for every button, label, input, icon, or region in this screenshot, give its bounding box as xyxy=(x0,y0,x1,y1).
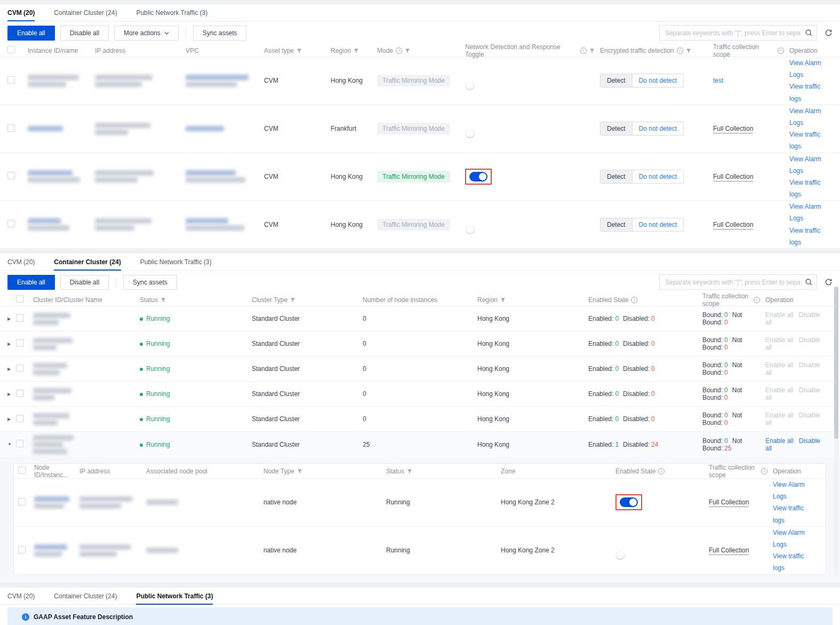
row-checkbox[interactable] xyxy=(16,390,23,397)
tab-public-network-traffic[interactable]: Public Network Traffic (3) xyxy=(140,254,212,270)
view-alarm-logs-link[interactable]: View Alarm Logs xyxy=(773,479,816,502)
sync-assets-button[interactable]: Sync assets xyxy=(123,275,177,290)
expand-arrow-icon[interactable]: ▶ xyxy=(7,417,16,422)
disable-all-button[interactable]: Disable all xyxy=(60,275,109,290)
row-checkbox[interactable] xyxy=(16,339,23,347)
operation-cell: View Alarm LogsView traffic logs xyxy=(789,105,833,153)
search-input[interactable] xyxy=(659,274,817,290)
info-icon[interactable]: i xyxy=(761,468,767,474)
zone: Hong Kong Zone 2 xyxy=(501,547,615,554)
detect-button[interactable]: Detect xyxy=(601,122,632,135)
row-checkbox[interactable] xyxy=(16,365,23,372)
sync-assets-button[interactable]: Sync assets xyxy=(193,26,247,41)
row-checkbox[interactable] xyxy=(7,172,15,179)
scope-value[interactable]: Full Collection xyxy=(713,221,753,230)
select-all-checkbox[interactable] xyxy=(7,46,15,53)
filter-icon[interactable] xyxy=(407,469,412,474)
scrollbar[interactable] xyxy=(834,287,838,577)
view-alarm-logs-link[interactable]: View Alarm Logs xyxy=(789,153,827,177)
enable-all-link[interactable]: Enable all xyxy=(765,437,794,445)
row-checkbox[interactable] xyxy=(16,415,23,422)
do-not-detect-button[interactable]: Do not detect xyxy=(632,218,683,231)
filter-icon[interactable] xyxy=(354,48,359,53)
scope-cell: Bound:0Not Bound:25 xyxy=(702,437,765,452)
filter-icon[interactable] xyxy=(297,469,302,474)
row-checkbox[interactable] xyxy=(7,124,15,132)
filter-icon[interactable] xyxy=(405,48,410,53)
disable-all-button[interactable]: Disable all xyxy=(60,26,109,41)
expand-arrow-icon[interactable]: ▶ xyxy=(7,342,16,346)
tab-container-cluster[interactable]: Container Cluster (24) xyxy=(54,588,117,604)
row-checkbox[interactable] xyxy=(7,76,15,84)
do-not-detect-button[interactable]: Do not detect xyxy=(632,170,683,183)
detect-button[interactable]: Detect xyxy=(601,218,632,231)
tab-public-network-traffic[interactable]: Public Network Traffic (3) xyxy=(136,588,213,604)
row-checkbox[interactable] xyxy=(18,498,26,505)
filter-icon[interactable] xyxy=(686,48,691,53)
scope-value[interactable]: Full Collection xyxy=(713,173,753,181)
tab-cvm[interactable]: CVM (20) xyxy=(7,4,35,21)
search-icon[interactable] xyxy=(805,278,813,286)
row-checkbox[interactable] xyxy=(16,314,23,322)
view-traffic-logs-link[interactable]: View traffic logs xyxy=(789,225,827,248)
info-icon[interactable]: i xyxy=(631,297,637,303)
scope-value[interactable]: Full Collection xyxy=(713,125,753,133)
row-checkbox[interactable] xyxy=(18,546,26,553)
scrollbar-thumb[interactable] xyxy=(834,287,838,439)
expand-arrow-icon[interactable]: ▶ xyxy=(7,367,16,371)
info-icon[interactable]: i xyxy=(658,468,665,474)
enable-all-button[interactable]: Enable all xyxy=(7,275,55,290)
view-traffic-logs-link[interactable]: View traffic logs xyxy=(789,81,827,104)
view-traffic-logs-link[interactable]: View traffic logs xyxy=(773,502,816,526)
redacted-cluster-name xyxy=(33,433,140,456)
search-input[interactable] xyxy=(659,25,817,41)
view-alarm-logs-link[interactable]: View Alarm Logs xyxy=(789,105,827,129)
filter-icon[interactable] xyxy=(161,297,166,303)
ndr-toggle[interactable] xyxy=(469,172,487,181)
view-traffic-logs-link[interactable]: View traffic logs xyxy=(789,177,827,200)
detect-button[interactable]: Detect xyxy=(601,170,632,183)
search-icon[interactable] xyxy=(805,29,813,37)
view-alarm-logs-link[interactable]: View Alarm Logs xyxy=(789,57,827,81)
enable-all-button[interactable]: Enable all xyxy=(7,26,55,41)
do-not-detect-button[interactable]: Do not detect xyxy=(632,74,683,87)
row-checkbox[interactable] xyxy=(7,220,15,227)
filter-icon[interactable] xyxy=(290,297,295,303)
info-icon[interactable]: i xyxy=(677,48,683,54)
info-icon[interactable]: i xyxy=(396,48,402,54)
view-alarm-logs-link[interactable]: View Alarm Logs xyxy=(789,201,827,224)
redacted-ip xyxy=(79,543,146,558)
refresh-icon[interactable] xyxy=(825,29,833,37)
select-all-checkbox[interactable] xyxy=(16,295,23,303)
expand-arrow-icon[interactable]: ▶ xyxy=(7,317,16,321)
info-icon[interactable]: i xyxy=(754,297,760,303)
tab-cvm[interactable]: CVM (20) xyxy=(7,588,35,604)
region: Hong Kong xyxy=(477,441,588,448)
filter-icon[interactable] xyxy=(297,48,302,53)
view-traffic-logs-link[interactable]: View traffic logs xyxy=(789,129,827,152)
table-row: ▶ Running Standard Cluster 0 Hong Kong E… xyxy=(0,357,840,382)
do-not-detect-button[interactable]: Do not detect xyxy=(632,122,683,135)
refresh-icon[interactable] xyxy=(825,278,833,286)
tab-cvm[interactable]: CVM (20) xyxy=(7,254,35,270)
expand-arrow-icon[interactable]: ▶ xyxy=(7,392,16,397)
detect-button[interactable]: Detect xyxy=(601,74,632,87)
info-icon[interactable]: i xyxy=(778,48,784,54)
node-toggle[interactable] xyxy=(620,497,638,507)
tab-container-cluster[interactable]: Container Cluster (24) xyxy=(54,254,121,270)
scope-value[interactable]: Full Collection xyxy=(709,499,749,507)
scope-value[interactable]: Full Collection xyxy=(709,547,749,555)
tab-container-cluster[interactable]: Container Cluster (24) xyxy=(54,4,117,21)
select-all-checkbox[interactable] xyxy=(18,466,26,474)
collapse-arrow-icon[interactable]: ▼ xyxy=(7,442,16,447)
scope-cell: Bound:0Not Bound:0 xyxy=(702,386,765,401)
view-traffic-logs-link[interactable]: View traffic logs xyxy=(773,550,816,574)
row-checkbox[interactable] xyxy=(16,440,23,447)
filter-icon[interactable] xyxy=(500,297,506,303)
more-actions-button[interactable]: More actions xyxy=(114,26,179,41)
tab-public-network-traffic[interactable]: Public Network Traffic (3) xyxy=(136,4,207,21)
info-icon[interactable]: i xyxy=(580,48,587,54)
filter-icon[interactable] xyxy=(589,48,595,53)
scope-link[interactable]: test xyxy=(713,77,723,84)
view-alarm-logs-link[interactable]: View Alarm Logs xyxy=(773,527,816,550)
